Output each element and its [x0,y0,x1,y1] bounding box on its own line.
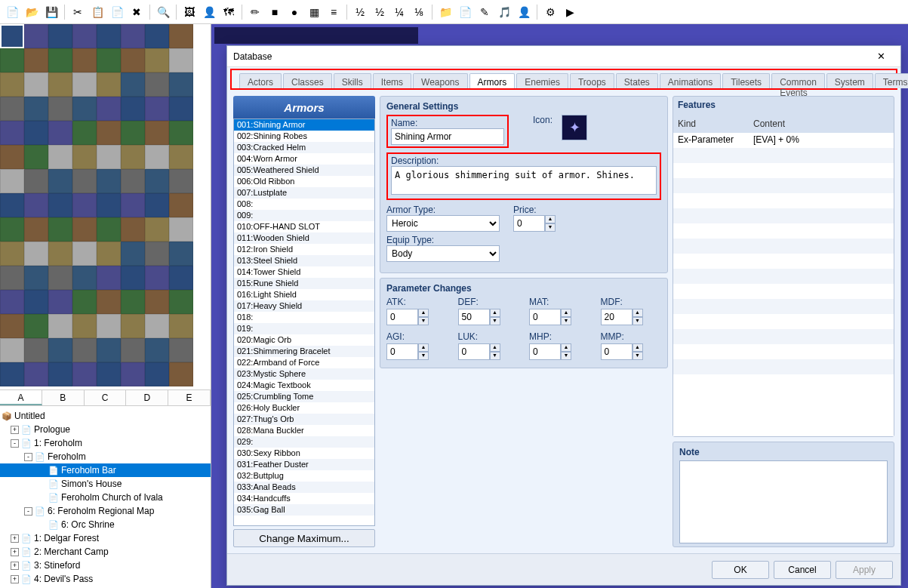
db-tab[interactable]: Items [373,73,411,88]
feature-row[interactable] [673,314,894,329]
tile[interactable] [145,242,169,266]
tile[interactable] [24,72,48,97]
spin-down-icon[interactable]: ▼ [545,223,556,232]
tileset-tab[interactable]: A [0,390,42,405]
feature-row[interactable] [673,374,894,389]
spin-down-icon[interactable]: ▼ [418,352,429,360]
tile[interactable] [121,217,145,242]
tile[interactable] [24,193,48,217]
list-item[interactable]: 031:Feather Duster [234,459,374,470]
param-input[interactable] [386,343,418,360]
tree-item[interactable]: +📄Prologue [0,423,211,436]
tile[interactable] [72,362,97,386]
tile[interactable] [121,362,145,386]
tree-item[interactable]: -📄1: Feroholm [0,436,211,450]
cancel-button[interactable]: Cancel [774,561,831,579]
tile[interactable] [24,145,48,169]
tile[interactable] [97,97,121,121]
feature-row[interactable] [673,208,894,223]
param-input[interactable] [529,343,561,360]
ok-button[interactable]: OK [712,561,769,579]
db-tab[interactable]: Common Events [771,73,825,88]
db-tab[interactable]: Actors [239,73,282,88]
tile[interactable] [24,121,48,145]
tile[interactable] [48,242,72,266]
spin-up-icon[interactable]: ▲ [633,309,643,317]
tile[interactable] [121,24,145,48]
tileset-tab[interactable]: B [42,390,85,405]
spin-up-icon[interactable]: ▲ [418,309,429,317]
db-tab[interactable]: Armors [469,73,516,88]
tile[interactable] [48,72,72,97]
tile[interactable] [72,314,97,338]
change-maximum-button[interactable]: Change Maximum... [233,529,375,547]
feature-row[interactable] [673,299,894,314]
tile[interactable] [72,338,97,362]
list-item[interactable]: 007:Lustplate [234,187,374,199]
db-tab[interactable]: System [826,73,873,88]
note-input[interactable] [679,460,888,543]
tree-expander[interactable]: + [11,426,19,434]
tile[interactable] [121,314,145,338]
list-item[interactable]: 005:Weathered Shield [234,165,374,176]
tile[interactable] [48,338,72,362]
param-input[interactable] [601,343,633,360]
features-list[interactable]: Ex-Parameter[EVA] + 0% [673,133,894,436]
feature-row[interactable] [673,178,894,193]
tree-item[interactable]: 📄Simon's House [0,477,211,491]
param-input[interactable] [458,343,490,360]
tree-item[interactable]: 📄Feroholm Church of Ivala [0,491,211,504]
list-item[interactable]: 026:Holy Buckler [234,402,374,414]
tile[interactable] [0,121,24,145]
tile[interactable] [97,169,121,193]
feature-row[interactable] [673,223,894,239]
tile[interactable] [169,217,193,242]
feature-row[interactable] [673,359,894,374]
tile[interactable] [72,217,97,242]
list-item[interactable]: 009: [234,210,374,221]
tile[interactable] [169,338,193,362]
toolbar-button[interactable]: ⚙ [541,3,559,21]
tile[interactable] [145,338,169,362]
tile[interactable] [169,193,193,217]
tile[interactable] [121,290,145,314]
tile[interactable] [0,48,24,72]
spin-up-icon[interactable]: ▲ [545,215,556,223]
tile[interactable] [145,362,169,386]
toolbar-button[interactable]: 🖼 [180,3,199,21]
name-input[interactable] [391,128,504,145]
tile[interactable] [0,169,24,193]
tile[interactable] [48,193,72,217]
db-tab[interactable]: States [616,73,658,88]
tile[interactable] [169,314,193,338]
tree-item[interactable]: 📄Feroholm Bar [0,463,211,477]
toolbar-button[interactable]: ✏ [246,3,264,21]
tile[interactable] [24,362,48,386]
db-tab[interactable]: Troops [570,73,614,88]
tile[interactable] [145,121,169,145]
list-item[interactable]: 030:Sexy Ribbon [234,448,374,459]
feature-row[interactable]: Ex-Parameter[EVA] + 0% [673,133,894,148]
tile[interactable] [48,97,72,121]
list-item[interactable]: 021:Shimmering Bracelet [234,346,374,357]
list-item[interactable]: 006:Old Ribbon [234,176,374,187]
toolbar-button[interactable]: ▶ [561,3,579,21]
list-item[interactable]: 014:Tower Shield [234,266,374,278]
tileset-tab[interactable]: D [126,390,168,405]
tile[interactable] [24,24,48,48]
db-tab[interactable]: Weapons [413,73,467,88]
tile[interactable] [145,97,169,121]
list-item[interactable]: 032:Buttplug [234,470,374,482]
tile[interactable] [169,242,193,266]
tile[interactable] [169,121,193,145]
tree-expander[interactable]: + [11,548,19,556]
tileset-palette[interactable] [0,24,211,389]
list-item[interactable]: 008: [234,199,374,210]
tile[interactable] [97,362,121,386]
tile[interactable] [97,338,121,362]
list-item[interactable]: 022:Armband of Force [234,357,374,368]
tile[interactable] [0,193,24,217]
tile[interactable] [72,72,97,97]
map-tree[interactable]: 📦 Untitled +📄Prologue-📄1: Feroholm-📄Fero… [0,406,211,588]
tile[interactable] [121,242,145,266]
